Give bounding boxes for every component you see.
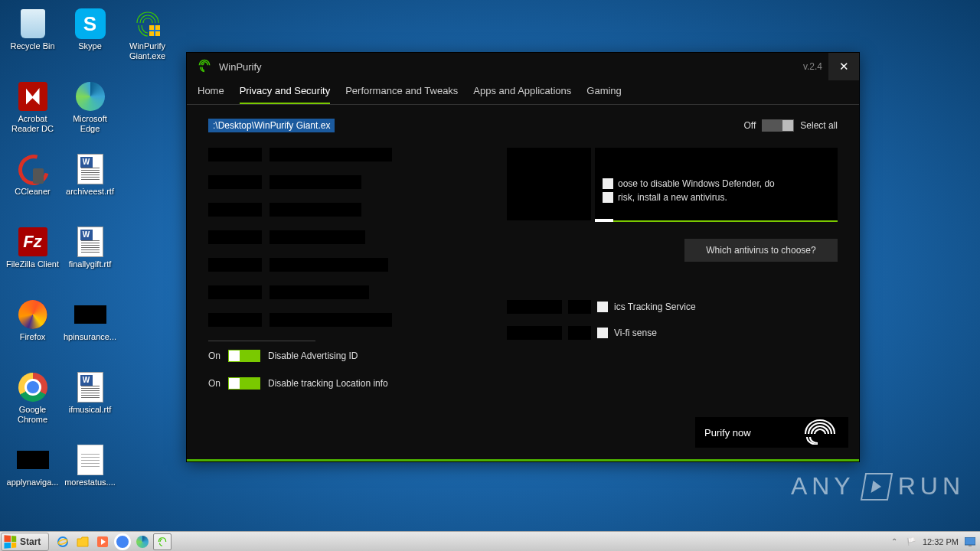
progress-indicator (595, 219, 613, 222)
desktop-icon-morestatus[interactable]: morestatus.... (61, 440, 119, 513)
taskbar-ie-icon[interactable] (54, 533, 72, 550)
setting-row[interactable] (208, 175, 461, 189)
winpurify-icon (132, 8, 164, 40)
setting-row[interactable] (208, 313, 461, 327)
purify-now-button[interactable]: Purify now (695, 417, 848, 448)
tab-privacy-security[interactable]: Privacy and Security (240, 80, 331, 104)
advertising-id-toggle[interactable] (228, 350, 260, 362)
icon-label: ifmusical.rtf (69, 405, 112, 415)
skype-icon: S (74, 8, 106, 40)
chrome-icon (17, 371, 49, 403)
tab-apps-applications[interactable]: Apps and Applications (473, 80, 571, 104)
tab-home[interactable]: Home (198, 80, 224, 104)
info-text-line: risk, install a new antivirus. (618, 192, 727, 203)
desktop-icon-recycle-bin[interactable]: Recycle Bin (4, 4, 61, 77)
icon-label: Firefox (20, 332, 46, 342)
setting-row-advertising-id: On Disable Advertising ID (208, 349, 461, 363)
start-button[interactable]: Start (1, 533, 49, 551)
desktop-icon-chrome[interactable]: Google Chrome (4, 367, 61, 440)
titlebar[interactable]: WinPurify v.2.4 ✕ (187, 53, 859, 80)
tray-show-hidden-icon[interactable]: ⌃ (889, 536, 900, 547)
setting-row-tracking-service: ics Tracking Service (507, 300, 838, 314)
setting-row[interactable] (208, 203, 461, 217)
desktop-icon-edge[interactable]: Microsoft Edge (61, 77, 119, 149)
windows-logo-icon (4, 535, 16, 548)
recycle-bin-icon (17, 8, 49, 40)
desktop-icon-archiveest[interactable]: archiveest.rtf (61, 149, 119, 222)
accent-underline (595, 220, 838, 222)
settings-right-column: oose to disable Windows Defender, do ris… (507, 148, 838, 404)
icon-label: CCleaner (15, 187, 50, 197)
desktop-icon-filezilla[interactable]: Fz FileZilla Client (4, 222, 61, 295)
which-antivirus-button[interactable]: Which antivirus to choose? (684, 239, 838, 262)
tray-show-desktop[interactable] (965, 536, 975, 547)
select-all-toggle[interactable] (762, 119, 794, 132)
desktop-icon-winpurify[interactable]: WinPurify Giant.exe (119, 4, 176, 77)
taskbar-winpurify-icon[interactable] (153, 533, 172, 550)
setting-row-wifi-sense: Vi-fi sense (507, 326, 838, 340)
wifi-sense-checkbox[interactable] (597, 328, 608, 338)
separator (208, 341, 315, 341)
setting-row[interactable] (208, 148, 461, 161)
tracking-service-checkbox[interactable] (597, 302, 608, 312)
app-body: :\Desktop\WinPurify Giant.ex Off Select … (187, 105, 859, 458)
taskbar-media-icon[interactable] (93, 533, 112, 550)
icon-label: applynaviga... (7, 478, 59, 487)
desktop-icon-finallygift[interactable]: finallygift.rtf (61, 222, 119, 295)
desktop-icon-grid: Recycle Bin S Skype WinPurify Giant.exe … (4, 4, 176, 513)
tab-gaming[interactable]: Gaming (586, 80, 622, 104)
taskbar-clock[interactable]: 12:32 PM (923, 537, 959, 546)
setting-row[interactable] (208, 258, 461, 272)
setting-label: Disable tracking Location info (268, 378, 388, 389)
filezilla-icon: Fz (17, 226, 49, 258)
icon-label: WinPurify Giant.exe (120, 41, 175, 61)
desktop-icon-firefox[interactable]: Firefox (4, 295, 61, 367)
watermark-text: RUN (898, 472, 965, 500)
tab-performance-tweaks[interactable]: Performance and Tweaks (345, 80, 458, 104)
icon-label: Google Chrome (5, 405, 60, 425)
ccleaner-icon (17, 153, 49, 185)
desktop-icon-hpinsurance[interactable]: hpinsurance... (61, 295, 119, 367)
close-button[interactable]: ✕ (828, 53, 859, 80)
info-checkbox[interactable] (603, 178, 613, 189)
icon-label: Acrobat Reader DC (5, 114, 60, 134)
path-field[interactable]: :\Desktop\WinPurify Giant.ex (208, 119, 335, 132)
play-icon (860, 473, 892, 500)
select-all-group: Off Select all (744, 119, 838, 132)
desktop-icon-ifmusical[interactable]: ifmusical.rtf (61, 367, 119, 440)
setting-label: Disable Advertising ID (268, 350, 358, 361)
taskbar: Start ⌃ 🏳️ 12:32 PM (0, 531, 980, 551)
info-text-box: oose to disable Windows Defender, do ris… (595, 148, 838, 220)
desktop-icon-skype[interactable]: S Skype (61, 4, 119, 77)
setting-row[interactable] (208, 230, 461, 244)
taskbar-edge-icon[interactable] (133, 533, 152, 550)
rtf-file-icon (74, 226, 106, 258)
taskbar-explorer-icon[interactable] (74, 533, 92, 550)
file-icon (74, 298, 106, 331)
desktop: Recycle Bin S Skype WinPurify Giant.exe … (0, 0, 980, 531)
file-icon (17, 444, 49, 476)
purify-label: Purify now (704, 427, 751, 439)
rtf-file-icon (74, 153, 106, 185)
info-checkbox[interactable] (603, 192, 613, 203)
settings-left-column: On Disable Advertising ID On Disable tra… (208, 148, 461, 404)
select-all-label: Select all (800, 120, 838, 131)
text-file-icon (74, 444, 106, 476)
app-version: v.2.4 (803, 61, 822, 72)
icon-label: archiveest.rtf (66, 187, 114, 197)
tray-flag-icon[interactable]: 🏳️ (906, 536, 916, 547)
taskbar-chrome-icon[interactable] (113, 533, 132, 550)
setting-label: Vi-fi sense (614, 328, 657, 338)
setting-label: ics Tracking Service (614, 302, 696, 312)
defender-info-panel: oose to disable Windows Defender, do ris… (507, 148, 838, 220)
info-text-line: oose to disable Windows Defender, do (618, 178, 775, 189)
info-graphic (507, 148, 591, 220)
desktop-icon-applynaviga[interactable]: applynaviga... (4, 440, 61, 513)
app-fingerprint-icon (198, 59, 211, 75)
setting-row[interactable] (208, 285, 461, 299)
location-tracking-toggle[interactable] (228, 377, 260, 390)
icon-label: Microsoft Edge (63, 114, 118, 134)
desktop-icon-ccleaner[interactable]: CCleaner (4, 149, 61, 222)
icon-label: morestatus.... (64, 478, 116, 487)
desktop-icon-acrobat[interactable]: Acrobat Reader DC (4, 77, 61, 149)
